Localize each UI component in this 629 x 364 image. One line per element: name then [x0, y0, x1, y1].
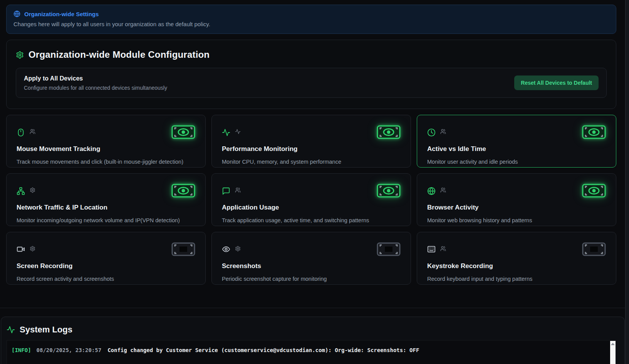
module-toggle[interactable]: [582, 184, 606, 198]
network-icon: [17, 186, 25, 196]
module-toggle[interactable]: [582, 125, 606, 139]
module-toggle[interactable]: [377, 242, 401, 256]
module-title: Network Traffic & IP Location: [17, 204, 195, 211]
gear-icon: [235, 246, 241, 252]
section-divider: [0, 308, 625, 308]
logs-title: System Logs: [20, 325, 72, 335]
module-title: Application Usage: [222, 204, 401, 211]
message-square-icon: [222, 186, 230, 196]
gear-icon: [30, 187, 35, 193]
eye-icon: [222, 245, 230, 253]
module-title: Mouse Movement Tracking: [17, 145, 195, 153]
system-logs-section: System Logs [INFO]08/20/2025, 23:20:57Co…: [1, 317, 625, 364]
module-toggle[interactable]: [377, 125, 401, 139]
apply-panel-title: Apply to All Devices: [24, 75, 167, 82]
clock-icon: [427, 128, 436, 137]
log-entries: [INFO]08/20/2025, 23:20:57Config changed…: [7, 341, 616, 353]
module-card: Performance Monitoring Monitor CPU, memo…: [211, 115, 411, 168]
apply-panel-description: Configure modules for all connected devi…: [24, 85, 167, 91]
scroll-up-arrow-icon: [611, 343, 615, 345]
users-icon: [440, 187, 446, 193]
module-card: Mouse Movement Tracking Track mouse move…: [6, 115, 206, 168]
module-card: Screen Recording Record screen activity …: [6, 232, 206, 285]
log-scrollbar[interactable]: [610, 341, 616, 364]
page-scrollbar-rail[interactable]: [625, 0, 629, 364]
users-icon: [235, 187, 241, 193]
globe-icon: [13, 10, 20, 17]
module-toggle[interactable]: [377, 184, 401, 198]
gear-icon: [16, 51, 24, 59]
module-title: Active vs Idle Time: [427, 145, 606, 153]
users-icon: [30, 129, 35, 134]
module-card: Screenshots Periodic screenshot capture …: [211, 232, 411, 285]
users-icon: [440, 129, 446, 134]
users-icon: [440, 246, 446, 252]
log-line: [INFO]08/20/2025, 23:20:57Config changed…: [7, 341, 616, 353]
modules-grid: Mouse Movement Tracking Track mouse move…: [6, 115, 616, 285]
module-toggle[interactable]: [582, 242, 606, 256]
reset-all-devices-button[interactable]: Reset All Devices to Default: [514, 75, 599, 90]
log-level: [INFO]: [12, 347, 31, 353]
log-timestamp: 08/20/2025, 23:20:57: [37, 347, 102, 353]
module-description: Track application usage, active time, an…: [222, 217, 401, 223]
module-description: Record keyboard input and typing pattern…: [427, 276, 606, 282]
scroll-up-button[interactable]: [610, 341, 616, 347]
module-title: Performance Monitoring: [222, 145, 401, 153]
module-card: Keystroke Recording Record keyboard inpu…: [417, 232, 616, 285]
module-card: Browser Activity Monitor web browsing hi…: [417, 173, 616, 226]
video-icon: [17, 245, 25, 253]
activity-icon: [7, 325, 15, 334]
module-toggle[interactable]: [171, 242, 195, 256]
globe-icon: [427, 186, 436, 196]
mouse-icon: [17, 128, 25, 137]
activity-icon: [235, 129, 241, 134]
activity-icon: [222, 128, 230, 137]
module-toggle[interactable]: [171, 184, 195, 198]
module-description: Track mouse movements and click (built-i…: [17, 159, 195, 165]
banner-description: Changes here will apply to all users in …: [13, 21, 607, 27]
module-configuration-section: Organization-wide Module Configuration A…: [6, 40, 616, 109]
module-title: Screenshots: [222, 262, 401, 270]
banner-title: Organization-wide Settings: [24, 11, 99, 17]
module-description: Monitor web browsing history and pattern…: [427, 217, 606, 223]
module-card: Active vs Idle Time Monitor user activit…: [417, 115, 616, 168]
module-card: Application Usage Track application usag…: [211, 173, 411, 226]
org-settings-banner: Organization-wide Settings Changes here …: [6, 5, 616, 34]
module-title: Screen Recording: [17, 262, 195, 270]
apply-to-all-devices-panel: Apply to All Devices Configure modules f…: [16, 68, 607, 98]
section-title: Organization-wide Module Configuration: [29, 49, 210, 60]
module-description: Periodic screenshot capture for monitori…: [222, 276, 401, 282]
module-description: Monitor user activity and idle periods: [427, 159, 606, 165]
module-description: Monitor incoming/outgoing network volume…: [17, 217, 195, 223]
keyboard-icon: [427, 245, 436, 253]
module-title: Browser Activity: [427, 204, 606, 211]
main-content: Organization-wide Settings Changes here …: [0, 0, 625, 285]
org-settings-page: Organization-wide Settings Changes here …: [0, 0, 625, 364]
log-output: [INFO]08/20/2025, 23:20:57Config changed…: [7, 340, 616, 364]
module-card: Network Traffic & IP Location Monitor in…: [6, 173, 206, 226]
gear-icon: [30, 246, 35, 252]
log-message: Config changed by Customer Service (cust…: [107, 347, 419, 353]
module-description: Monitor CPU, memory, and system performa…: [222, 159, 401, 165]
module-toggle[interactable]: [171, 125, 195, 139]
module-description: Record screen activity and screenshots: [17, 276, 195, 282]
module-title: Keystroke Recording: [427, 262, 606, 270]
